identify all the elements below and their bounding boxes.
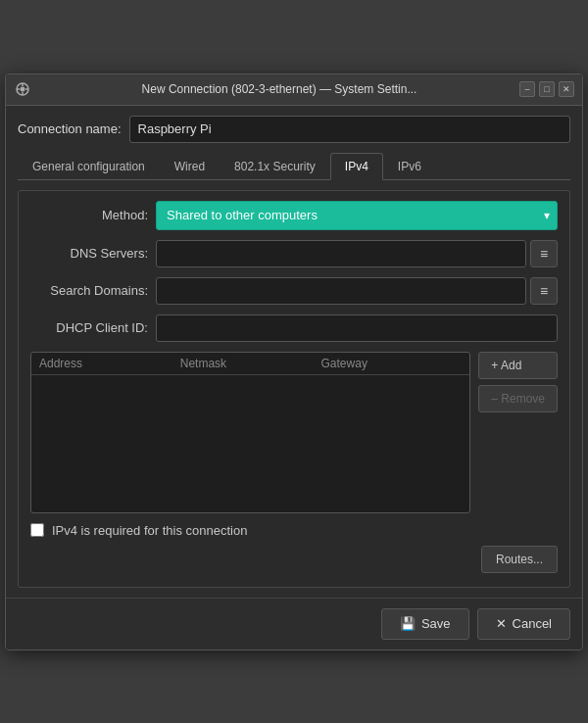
content-area: Connection name: General configuration W… — [6, 106, 582, 598]
search-domains-row: Search Domains: ≡ — [30, 277, 558, 305]
gateway-column-header: Gateway — [321, 357, 463, 370]
tab-general[interactable]: General configuration — [18, 153, 160, 179]
method-row: Method: Shared to other computers Automa… — [30, 201, 558, 230]
address-table-body — [31, 375, 469, 503]
method-label: Method: — [30, 208, 148, 222]
dhcp-client-id-input[interactable] — [156, 314, 558, 342]
connection-name-label: Connection name: — [18, 121, 122, 136]
dns-servers-row: DNS Servers: ≡ — [30, 240, 558, 267]
tab-8021x[interactable]: 802.1x Security — [220, 153, 330, 179]
bottom-area: Routes... — [30, 546, 558, 577]
close-button[interactable]: ✕ — [559, 81, 574, 97]
cancel-label: Cancel — [513, 616, 552, 631]
dhcp-client-id-label: DHCP Client ID: — [30, 320, 148, 335]
svg-point-2 — [21, 87, 25, 92]
cancel-button[interactable]: ✕ Cancel — [477, 608, 570, 640]
routes-button[interactable]: Routes... — [481, 546, 558, 573]
tabs-bar: General configuration Wired 802.1x Secur… — [18, 153, 570, 180]
address-table: Address Netmask Gateway — [30, 352, 470, 513]
remove-address-button[interactable]: – Remove — [478, 385, 558, 412]
ipv4-required-row: IPv4 is required for this connection — [30, 523, 558, 538]
save-button[interactable]: 💾 Save — [381, 608, 469, 640]
address-column-header: Address — [39, 357, 180, 370]
method-select-wrapper: Shared to other computers Automatic (DHC… — [156, 201, 558, 230]
add-address-button[interactable]: + Add — [478, 352, 558, 379]
main-window: New Connection (802-3-ethernet) — System… — [5, 73, 583, 651]
search-domains-input[interactable] — [156, 277, 526, 305]
ipv4-required-label: IPv4 is required for this connection — [52, 523, 247, 538]
ipv4-required-checkbox[interactable] — [30, 523, 44, 537]
connection-name-input[interactable] — [129, 116, 570, 143]
dns-servers-label: DNS Servers: — [30, 246, 148, 261]
window-title: New Connection (802-3-ethernet) — System… — [39, 82, 519, 96]
tab-ipv4[interactable]: IPv4 — [330, 153, 383, 180]
cancel-icon: ✕ — [496, 616, 507, 631]
search-domains-input-group: ≡ — [156, 277, 558, 305]
method-select[interactable]: Shared to other computers Automatic (DHC… — [156, 201, 558, 230]
address-table-header: Address Netmask Gateway — [31, 353, 469, 375]
search-domains-label: Search Domains: — [30, 283, 148, 298]
save-label: Save — [421, 616, 451, 631]
maximize-button[interactable]: □ — [539, 81, 555, 97]
dhcp-client-id-row: DHCP Client ID: — [30, 314, 558, 342]
ipv4-form: Method: Shared to other computers Automa… — [18, 190, 570, 588]
minimize-button[interactable]: – — [519, 81, 535, 97]
tab-ipv6[interactable]: IPv6 — [383, 153, 436, 179]
netmask-column-header: Netmask — [180, 357, 321, 370]
window-controls: – □ ✕ — [519, 81, 574, 97]
tab-wired[interactable]: Wired — [160, 153, 220, 179]
address-section: Address Netmask Gateway + Add – Remove — [30, 352, 558, 513]
search-domains-menu-button[interactable]: ≡ — [530, 277, 558, 305]
dns-servers-menu-button[interactable]: ≡ — [530, 240, 558, 267]
dialog-footer: 💾 Save ✕ Cancel — [6, 598, 582, 650]
connection-name-row: Connection name: — [18, 116, 570, 143]
dns-servers-input[interactable] — [156, 240, 526, 267]
titlebar: New Connection (802-3-ethernet) — System… — [6, 74, 582, 106]
save-icon: 💾 — [400, 616, 416, 631]
address-actions: + Add – Remove — [478, 352, 558, 513]
dns-servers-input-group: ≡ — [156, 240, 558, 267]
app-icon — [14, 80, 31, 98]
